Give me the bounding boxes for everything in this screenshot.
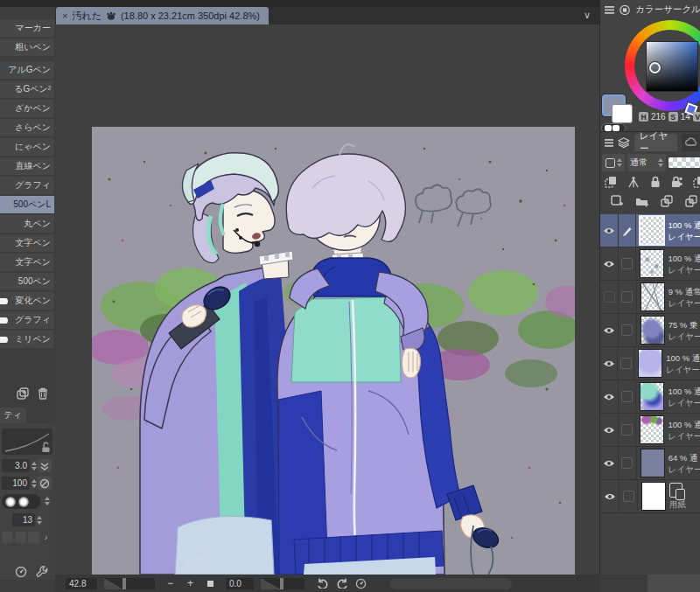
preset-slot[interactable] (28, 532, 39, 543)
layer-row-paper[interactable]: 用紙 (600, 480, 700, 513)
brush-item-letter-pen2[interactable]: 文字ペン (0, 254, 54, 271)
layer-thumbnail[interactable] (640, 415, 664, 444)
layer-thumbnail[interactable] (640, 282, 665, 311)
stabilization-input[interactable]: 13 (12, 513, 35, 526)
brush-item-marker[interactable]: マーカー (0, 19, 54, 37)
mask-icon[interactable] (693, 176, 700, 188)
layer-row-3-hidden[interactable]: 9 % 通常レイヤー (600, 281, 700, 314)
layer-checkbox[interactable] (619, 247, 636, 280)
layer-thumbnail[interactable] (640, 216, 664, 245)
visibility-toggle[interactable] (600, 447, 619, 479)
layer-checkbox[interactable] (619, 281, 636, 313)
brush-item-500pen-l-selected[interactable]: 500ペンL (0, 196, 54, 213)
lock-icon[interactable] (650, 176, 661, 188)
merge-layer-icon[interactable] (685, 195, 697, 207)
close-tab-icon[interactable]: × (62, 10, 67, 21)
zoom-slider[interactable] (104, 578, 155, 589)
rotation-slider[interactable] (261, 578, 304, 589)
zoom-value[interactable]: 42.8 (66, 578, 97, 589)
brush-item-calligraphy[interactable]: グラフィ (0, 177, 54, 194)
sub-color-swatch[interactable] (612, 104, 633, 123)
brush-item-calligraphy2[interactable]: グラフィ (0, 311, 54, 329)
visibility-toggle[interactable] (600, 247, 619, 280)
layer-row-7[interactable]: 100 % 通レイヤー (600, 414, 700, 447)
transfer-layer-icon[interactable] (661, 195, 673, 207)
visibility-toggle[interactable] (600, 480, 620, 512)
layer-thumbnail[interactable] (640, 249, 664, 278)
clipping-icon[interactable] (605, 176, 617, 188)
zoom-out-button[interactable]: − (167, 578, 173, 589)
reference-layer-icon[interactable] (627, 176, 640, 188)
brush-item-rough-pen[interactable]: 粗いペン (0, 38, 54, 56)
visibility-toggle[interactable] (600, 347, 618, 380)
tab-overflow-chevron-icon[interactable]: ∨ (584, 10, 591, 21)
brush-item-zaka-pen[interactable]: ざかペン (0, 100, 54, 117)
brush-item-nya-pen[interactable]: にゃペン (0, 138, 54, 156)
visibility-toggle[interactable] (600, 314, 619, 346)
layer-thumbnail[interactable] (640, 316, 665, 345)
brush-item-sara-pen[interactable]: さらペン (0, 119, 54, 136)
palette-spinner[interactable] (617, 158, 622, 167)
layer-row-4[interactable]: 75 % 乗レイヤー (600, 314, 700, 347)
layer-checkbox[interactable] (618, 347, 634, 380)
brush-item-real-g-pen[interactable]: アルGペン (0, 61, 54, 79)
layer-row-2[interactable]: 100 % 通レイヤー (600, 247, 700, 281)
alpha-lock-icon[interactable] (671, 176, 682, 188)
visibility-toggle[interactable] (600, 380, 619, 413)
panel-menu-icon[interactable] (605, 139, 613, 147)
duplicate-subtool-icon[interactable] (17, 387, 29, 400)
new-folder-icon[interactable] (635, 195, 648, 207)
layer-thumbnail[interactable] (641, 482, 666, 511)
layer-row-5[interactable]: 100 % 通レイヤー5 (600, 347, 700, 380)
reset-rotation-icon[interactable] (355, 578, 367, 589)
expand-arrow-icon[interactable]: › (45, 533, 47, 542)
opacity-dynamics-button[interactable] (38, 477, 52, 490)
canvas-viewport[interactable]: kan (55, 24, 599, 575)
rotate-right-icon[interactable] (336, 578, 348, 589)
edit-target[interactable] (619, 214, 636, 247)
layer-checkbox[interactable] (619, 414, 636, 446)
sv-cursor[interactable] (649, 62, 661, 73)
wrench-icon[interactable] (36, 566, 48, 578)
pressure-curve-preview[interactable] (2, 428, 52, 455)
brush-edge-selector[interactable] (2, 494, 40, 509)
gauge-icon[interactable] (15, 566, 27, 578)
brush-size-input[interactable]: 3.0 (2, 459, 30, 472)
size-unit-button[interactable] (38, 459, 52, 472)
edge-spinner[interactable] (45, 497, 50, 505)
layer-checkbox[interactable] (619, 314, 636, 346)
rotation-value[interactable]: 0.0 (226, 578, 254, 589)
new-layer-icon[interactable] (611, 195, 623, 207)
layer-thumbnail[interactable] (640, 382, 664, 411)
layer-checkbox[interactable] (619, 447, 636, 479)
brush-item-g-pen2[interactable]: るGペン² (0, 80, 54, 98)
layer-thumbnail[interactable] (638, 349, 662, 378)
brush-item-letter-pen[interactable]: 文字ペン (0, 234, 54, 252)
opacity-spinner[interactable] (32, 479, 37, 488)
brush-item-line-pen[interactable]: 直線ペン (0, 157, 54, 175)
layer-row-8[interactable]: 64 % 通レイヤー (600, 447, 700, 480)
layer-row-6[interactable]: 100 % 通レイヤー (600, 380, 700, 414)
preset-slot[interactable] (2, 532, 13, 543)
layer-row-1-selected[interactable]: 100 % 通レイヤー (600, 214, 700, 247)
preset-slot[interactable] (15, 532, 26, 543)
rotate-left-icon[interactable] (317, 578, 329, 589)
brush-item-round-pen[interactable]: 丸ペン (0, 215, 54, 233)
blend-mode-dropdown[interactable]: 通常 (627, 154, 666, 171)
stabilization-spinner[interactable] (37, 516, 42, 525)
visibility-toggle[interactable] (600, 214, 619, 247)
visibility-toggle[interactable] (600, 414, 619, 446)
layer-thumbnail[interactable] (640, 449, 665, 477)
palette-color-button[interactable] (602, 154, 625, 171)
zoom-in-button[interactable]: + (187, 578, 193, 589)
delete-subtool-icon[interactable] (38, 387, 48, 400)
document-tab[interactable]: × 汚れた (18.80 x 23.21cm 350dpi 42.8%) (56, 7, 269, 24)
canvas-artwork[interactable]: kan (92, 127, 575, 575)
zoom-reset-button[interactable] (207, 581, 214, 587)
brush-item-pressure-pen[interactable]: 変化ペン (0, 292, 54, 310)
tab-layers[interactable]: レイヤー (634, 134, 677, 151)
unlock-icon[interactable] (41, 442, 51, 453)
tab-layer-property[interactable] (682, 134, 700, 151)
brush-size-spinner[interactable] (32, 462, 37, 470)
layer-checkbox[interactable] (620, 480, 638, 512)
